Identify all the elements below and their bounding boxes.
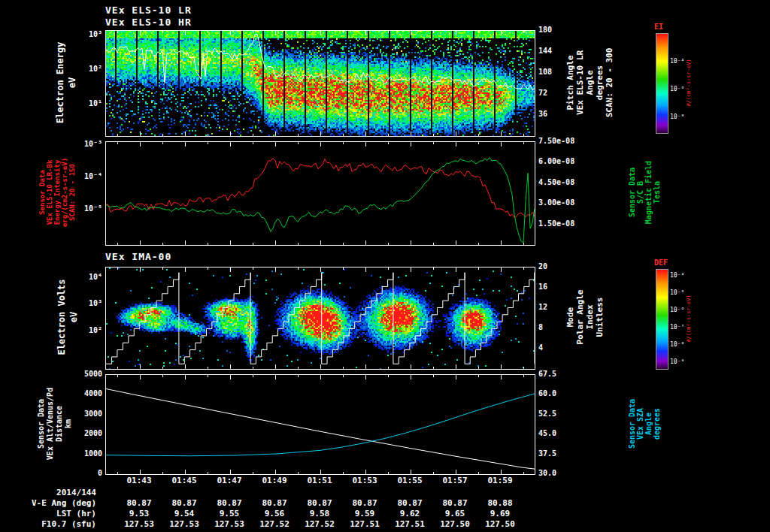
axis-row-value: 127.53 — [169, 520, 199, 528]
axis-row-value: 80.87 — [262, 499, 286, 507]
colorbar-ei-units: #/(cm²-s-sr-eV) — [685, 59, 693, 106]
colorbar-ei-tick: 10⁻⁸ — [670, 113, 684, 121]
colorbar-def-tick: 10⁻⁷ — [670, 323, 684, 331]
intensity-bfield-panel[interactable] — [105, 141, 535, 246]
y-axis-tick: 2000 — [74, 429, 102, 437]
y2-axis-tick: 180 — [538, 26, 552, 34]
axis-row-value: 127.53 — [124, 520, 154, 528]
axis-row-value: 80.88 — [487, 499, 512, 507]
y2-axis-tick: 1.50e-08 — [538, 219, 574, 228]
colorbar-def-tick: 10⁻⁹ — [670, 358, 684, 366]
colorbar-ei — [656, 33, 668, 134]
y2-axis-tick: 144 — [538, 47, 552, 55]
y-axis-tick: 10⁻³ — [74, 140, 102, 148]
axis-label-line: eV — [68, 77, 77, 88]
axis-row-value: 9.62 — [400, 509, 420, 518]
time-tick: 01:45 — [171, 476, 196, 485]
axis-row-value: 9.69 — [490, 509, 511, 518]
axis-row-value: 80.87 — [217, 499, 241, 507]
y2-axis-tick: 45.0 — [538, 429, 556, 437]
axis-label-line: Distance — [55, 406, 63, 442]
time-tick: 01:57 — [442, 476, 467, 485]
els-spectrogram-panel[interactable] — [105, 30, 535, 137]
axis-row-value: 80.87 — [126, 499, 151, 507]
axis-label-line: VEx ELS-10 LR — [576, 50, 584, 115]
axis-row-value: 9.65 — [445, 509, 465, 518]
time-tick: 01:59 — [487, 476, 512, 485]
y-axis-tick: 3000 — [74, 410, 102, 418]
colorbar-ei-tick: 10⁻⁶ — [670, 85, 684, 93]
axis-label-line: Electron Energy — [56, 42, 65, 123]
axis-row-value: 80.87 — [352, 499, 377, 507]
axis-label-line: Pitch Angle — [566, 56, 574, 110]
axis-label-line: Magnetic Field — [644, 161, 653, 224]
y2-axis-tick: 30.0 — [538, 469, 556, 477]
y-axis-tick: 10² — [74, 65, 102, 73]
y2-axis-tick: 36 — [538, 110, 547, 118]
axis-row-value: 9.53 — [129, 509, 150, 518]
y2-axis-tick: 4 — [538, 343, 543, 352]
y2-axis-tick: 7.50e-08 — [538, 137, 574, 145]
axis-row-value: 127.50 — [440, 520, 470, 528]
colorbar-def-units: #/(cm²-s-sr-eV) — [685, 295, 693, 342]
y-axis-tick: 4000 — [74, 389, 102, 397]
axis-label-line: eV — [70, 312, 78, 322]
y2-axis-tick: 37.5 — [538, 449, 556, 458]
y2-axis-tick: 52.5 — [538, 410, 556, 418]
time-tick: 01:51 — [307, 476, 332, 485]
y2-axis-tick: 20 — [538, 262, 547, 271]
y2-axis-tick: 108 — [538, 68, 552, 76]
y2-axis-tick: 16 — [538, 283, 547, 291]
y-axis-tick: 10⁻⁴ — [74, 172, 102, 180]
axis-row-value: 80.87 — [171, 499, 196, 507]
axis-row-value: 127.52 — [259, 520, 290, 528]
axis-row-value: 9.56 — [265, 509, 285, 518]
y-axis-tick: 1000 — [74, 449, 102, 458]
y-axis-tick: 10³ — [74, 30, 102, 38]
axis-label-line: S/C B — [636, 181, 644, 204]
axis-row-value: 9.58 — [310, 509, 330, 518]
axis-label-line: Sensor Data — [628, 399, 636, 449]
axis-row-label: V-E Ang (deg) — [6, 499, 96, 507]
y-axis-tick: 10³ — [74, 299, 102, 307]
axis-label-line: Polar Angle — [576, 290, 584, 345]
time-tick: 01:43 — [126, 476, 151, 485]
axis-label-line: Angle — [644, 413, 653, 435]
axis-label-line: Unitless — [596, 298, 604, 337]
y2-axis-tick: 67.5 — [538, 370, 556, 378]
y2-axis-tick: 72 — [538, 89, 547, 97]
panel3-title: VEx IMA-00 — [105, 251, 171, 262]
y-axis-tick: 10¹ — [74, 99, 102, 107]
y-axis-tick: 0 — [74, 469, 102, 477]
y-axis-tick: 10⁴ — [74, 273, 102, 281]
axis-label-line: Sensor Data — [628, 168, 636, 217]
time-tick: 01:49 — [262, 476, 286, 485]
colorbar-def-tick: 10⁻⁸ — [670, 340, 684, 349]
y2-axis-tick: 3.00e-08 — [538, 198, 574, 207]
time-tick: 01:55 — [397, 476, 422, 485]
panel1-title-line1: VEx ELS-10 LR — [105, 5, 192, 16]
colorbar-def-label: DEF — [654, 258, 668, 267]
ima-spectrogram-panel[interactable] — [105, 267, 535, 370]
colorbar-def-tick: 10⁻⁶ — [670, 306, 684, 314]
y2-axis-tick: 60.0 — [538, 389, 556, 397]
altitude-sza-panel[interactable] — [105, 374, 535, 475]
axis-row-value: 9.54 — [174, 509, 195, 518]
axis-row-label: LST (hr) — [6, 509, 96, 518]
y2-axis-tick: 8 — [538, 323, 543, 331]
axis-label-line: Tesla — [653, 181, 661, 204]
y2-axis-tick: 4.50e-08 — [538, 178, 574, 186]
time-tick: 01:53 — [352, 476, 377, 485]
colorbar-ei-label: EI — [654, 23, 663, 31]
colorbar-def — [656, 269, 668, 370]
axis-label-line: Mode — [566, 307, 574, 328]
y-axis-tick: 5000 — [74, 370, 102, 378]
axis-row-value: 127.51 — [350, 520, 380, 528]
axis-label-line: Angle — [586, 70, 594, 95]
axis-label-line: degrees — [596, 65, 604, 100]
axis-label-line: km — [64, 419, 72, 428]
date-label: 2014/144 — [30, 488, 96, 497]
y-axis-tick: 10⁻⁵ — [74, 204, 102, 213]
axis-row-value: 9.59 — [355, 509, 375, 518]
axis-label-line: Index — [586, 304, 594, 329]
